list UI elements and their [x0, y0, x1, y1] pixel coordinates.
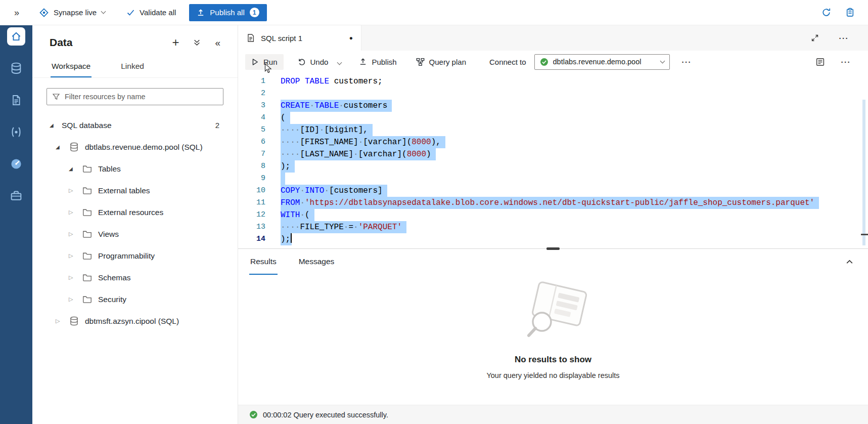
ruler-selection-mark [862, 100, 865, 245]
chevron-collapsed-icon[interactable]: ▷ [69, 252, 80, 259]
chevron-collapsed-icon[interactable]: ▷ [69, 209, 80, 216]
overview-ruler[interactable] [861, 73, 868, 248]
chevron-collapsed-icon[interactable]: ▷ [56, 318, 67, 324]
code-text: FROM·'https://dbtlabsynapsedatalake.blob… [281, 197, 819, 209]
chevron-expanded-icon[interactable]: ◢ [69, 166, 80, 172]
expand-editor-icon[interactable] [811, 34, 819, 42]
editor-more-icon[interactable]: ··· [836, 55, 856, 69]
tree-item[interactable]: ▷Schemas [32, 267, 238, 288]
run-button[interactable]: Run [245, 54, 284, 70]
code-line[interactable]: 3CREATE·TABLE·customers [238, 100, 868, 112]
code-line[interactable]: 8); [238, 160, 868, 173]
data-panel-title: Data [50, 36, 73, 49]
folder-icon [82, 229, 92, 239]
code-line[interactable]: 13····FILE_TYPE·=·'PARQUET' [238, 221, 868, 233]
code-text [281, 173, 285, 185]
tab-messages[interactable]: Messages [298, 249, 336, 275]
code-line[interactable]: 7····[LAST_NAME]·[varchar](8000) [238, 148, 868, 160]
code-line[interactable]: 1DROP TABLE customers; [238, 75, 868, 88]
expand-nav-icon[interactable]: » [14, 8, 19, 17]
panel-resize-handle[interactable] [546, 247, 560, 250]
publish-button[interactable]: Publish [353, 54, 402, 70]
folder-icon [82, 207, 92, 217]
code-line[interactable]: 11FROM·'https://dbtlabsynapsedatalake.bl… [238, 197, 868, 209]
publish-all-button[interactable]: Publish all 1 [189, 4, 266, 21]
pool-selector-dropdown[interactable]: dbtlabs.revenue.demo.pool [534, 54, 670, 70]
code-line[interactable]: 2 [238, 88, 868, 100]
tab-results[interactable]: Results [249, 249, 278, 275]
code-line[interactable]: 9 [238, 173, 868, 185]
resource-tree: ◢SQL database2◢dbtlabs.revenue.demo.pool… [32, 114, 238, 424]
undo-button[interactable]: Undo [292, 54, 335, 70]
query-plan-button[interactable]: Query plan [410, 54, 472, 70]
line-number: 6 [238, 136, 281, 148]
chevron-collapsed-icon[interactable]: ▷ [69, 187, 80, 194]
sql-script-tab[interactable]: SQL script 1 ● [238, 25, 361, 51]
script-toolbar: Run Undo Publish [238, 51, 868, 73]
tree-item-label: dbtlabs.revenue.demo.pool (SQL) [85, 143, 203, 152]
tab-title: SQL script 1 [261, 34, 302, 43]
chevron-collapsed-icon[interactable]: ▷ [69, 274, 80, 281]
filter-funnel-icon [52, 93, 60, 101]
nav-manage[interactable] [7, 187, 25, 205]
chevron-collapsed-icon[interactable]: ▷ [69, 231, 80, 237]
code-line[interactable]: 10COPY·INTO·[customers] [238, 185, 868, 197]
sql-code-editor[interactable]: 1DROP TABLE customers;23CREATE·TABLE·cus… [238, 73, 868, 248]
tree-item[interactable]: ◢Tables [32, 158, 238, 180]
code-text: WITH·( [281, 209, 314, 221]
line-number: 1 [238, 75, 281, 88]
collapse-results-icon[interactable] [845, 249, 854, 275]
no-results-illustration [508, 279, 599, 348]
tree-item[interactable]: ▷Views [32, 223, 238, 245]
code-line[interactable]: 12WITH·( [238, 209, 868, 221]
code-line[interactable]: 14); [238, 233, 868, 245]
code-line[interactable]: 4( [238, 112, 868, 124]
chevron-expanded-icon[interactable]: ◢ [56, 144, 67, 150]
tab-more-icon[interactable]: ··· [834, 31, 854, 45]
nav-integrate[interactable] [7, 123, 25, 141]
code-line[interactable]: 6····[FIRST_NAME]·[varchar](8000), [238, 136, 868, 148]
publish-label: Publish [372, 58, 396, 66]
database-icon [10, 62, 23, 75]
properties-icon[interactable] [815, 57, 825, 67]
validate-check-icon [126, 8, 135, 17]
filter-input[interactable] [65, 93, 218, 101]
branch-mode-selector[interactable]: Synapse live [39, 8, 105, 17]
validate-all-button[interactable]: Validate all [126, 8, 176, 17]
code-text: CREATE·TABLE·customers [281, 100, 392, 112]
unsaved-dot-icon: ● [349, 34, 353, 41]
status-message: 00:00:02 Query executed successfully. [263, 411, 388, 419]
nav-monitor[interactable] [7, 155, 25, 173]
add-resource-icon[interactable]: + [172, 36, 179, 49]
tree-item[interactable]: ▷dbtmsft.azsyn.cipool (SQL) [32, 310, 238, 332]
tree-item[interactable]: ▷Programmability [32, 245, 238, 267]
undo-icon [298, 58, 306, 66]
clipboard-icon[interactable] [845, 8, 855, 17]
tree-item[interactable]: ◢SQL database2 [32, 114, 238, 136]
nav-develop[interactable] [7, 91, 25, 109]
tab-workspace[interactable]: Workspace [51, 57, 92, 77]
chevron-down-icon[interactable] [101, 9, 106, 14]
nav-home[interactable] [7, 27, 25, 46]
tab-linked[interactable]: Linked [120, 57, 145, 77]
refresh-icon[interactable] [821, 8, 831, 17]
text-cursor [291, 233, 292, 243]
chevron-collapsed-icon[interactable]: ▷ [69, 296, 80, 303]
nav-data[interactable] [7, 59, 25, 77]
double-chevron-down-icon[interactable] [193, 38, 201, 47]
tree-item-label: dbtmsft.azsyn.cipool (SQL) [85, 317, 179, 326]
run-label: Run [263, 58, 278, 66]
folder-icon [82, 186, 92, 195]
tree-item[interactable]: ▷External tables [32, 180, 238, 201]
chevron-expanded-icon[interactable]: ◢ [50, 122, 61, 128]
tree-item-label: Tables [98, 164, 121, 174]
code-line[interactable]: 5····[ID]·[bigint], [238, 124, 868, 136]
tree-item[interactable]: ◢dbtlabs.revenue.demo.pool (SQL) [32, 136, 238, 158]
undo-dropdown-chevron[interactable] [334, 54, 345, 70]
tree-item[interactable]: ▷Security [32, 288, 238, 310]
line-number: 7 [238, 148, 281, 160]
collapse-panel-icon[interactable]: « [215, 38, 220, 48]
toolbar-more-icon[interactable]: ··· [677, 55, 697, 69]
tree-item[interactable]: ▷External resources [32, 201, 238, 223]
success-icon [249, 410, 258, 419]
